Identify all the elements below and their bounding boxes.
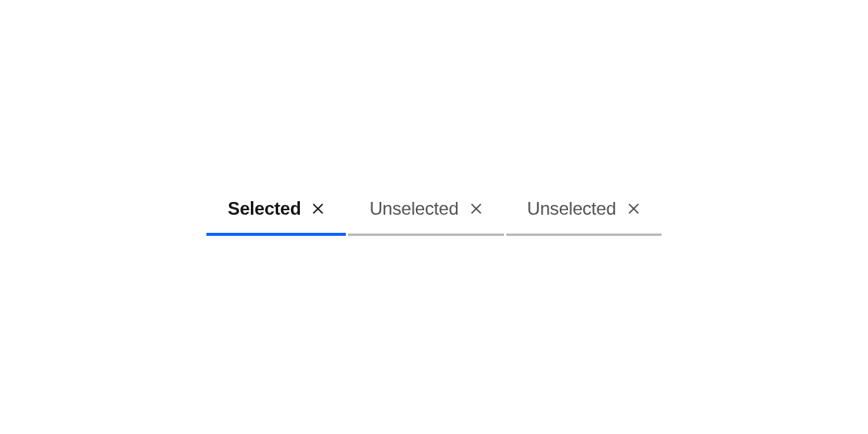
close-icon[interactable] [469,202,483,215]
tab-label: Unselected [369,198,458,220]
close-icon[interactable] [311,202,325,215]
tab-unselected-2[interactable]: Unselected [506,198,662,237]
close-icon[interactable] [627,202,640,215]
tab-selected[interactable]: Selected [206,198,346,237]
tab-label: Selected [228,198,301,220]
tab-label: Unselected [527,198,616,220]
tab-list: Selected Unselected Unselected [206,198,661,237]
tab-unselected-1[interactable]: Unselected [348,198,503,237]
